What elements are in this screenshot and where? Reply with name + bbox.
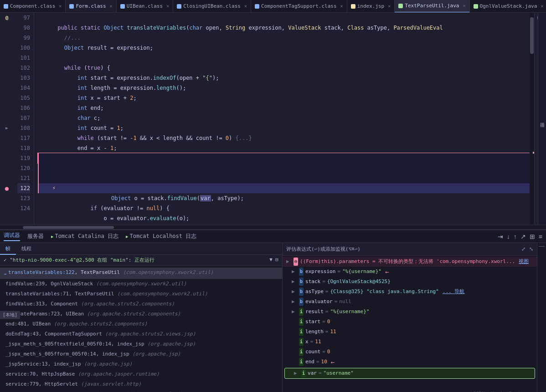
var-eq-astype: = bbox=[325, 288, 329, 296]
frame-item-6[interactable]: doEndTag:43, ComponentTagSupport (org.ap… bbox=[0, 329, 282, 339]
expand-icon-expression[interactable]: ▶ bbox=[292, 268, 297, 276]
list-view-icon[interactable]: ≡ bbox=[539, 233, 542, 240]
close-icon[interactable]: × bbox=[340, 4, 343, 9]
close-icon[interactable]: × bbox=[463, 3, 466, 8]
nav-link-astype[interactable]: ... 导航 bbox=[443, 288, 465, 296]
filter-icon[interactable]: ▼ ⊟ bbox=[269, 257, 278, 263]
expand-icon-result[interactable]: ▶ bbox=[292, 308, 297, 316]
close-icon[interactable]: × bbox=[110, 4, 113, 9]
run-to-cursor-icon[interactable]: ↗ bbox=[520, 233, 526, 240]
gutter-119: 119 bbox=[17, 153, 30, 163]
frames-tab[interactable]: 帧 bbox=[0, 243, 16, 255]
tab-component[interactable]: Component.class × bbox=[0, 0, 66, 13]
threads-tab[interactable]: 线程 bbox=[16, 243, 37, 255]
gutter-106: 106 bbox=[17, 103, 30, 113]
frame-item-8[interactable]: _jspx_meth_s_005fform_005f0:14, index_js… bbox=[0, 349, 282, 359]
tab-index[interactable]: index.jsp × bbox=[347, 0, 395, 13]
var-eq-var: = bbox=[319, 369, 322, 377]
var-item-end: i end = 10 ← bbox=[283, 357, 537, 367]
fold-icon-108[interactable]: ▶ bbox=[5, 123, 8, 133]
tomcat-catalina-tab[interactable]: ▶ Tomcat Catalina 日志 bbox=[51, 232, 118, 240]
server-tab[interactable]: 服务器 bbox=[27, 232, 44, 240]
code-line-122: Object o = stack.findValue(var, asType);… bbox=[38, 183, 534, 193]
var-eq-stack: = bbox=[322, 278, 325, 286]
tab-label-ognlvaluestack: OgnlValueStack.java bbox=[480, 3, 537, 9]
frame-item-7[interactable]: _jspx_meth_s_005ftextfield_005f0:14, ind… bbox=[0, 339, 282, 349]
run-icon: ▶ bbox=[51, 234, 53, 239]
close-icon[interactable]: × bbox=[59, 4, 62, 9]
collapse-icon[interactable]: ⤡ bbox=[529, 246, 533, 252]
tab-closinguibean[interactable]: ClosingUIBean.class × bbox=[173, 0, 251, 13]
close-icon[interactable]: × bbox=[388, 4, 391, 9]
frame-name-5: end:481, UIBean (org.apache.struts2.comp… bbox=[5, 320, 147, 328]
expand-icon-error[interactable]: ▶ bbox=[286, 258, 292, 266]
tomcat-localhost-tab[interactable]: ▶ Tomcat Localhost 日志 bbox=[126, 232, 196, 240]
code-line-119: if ((start != -1) && (end != -1) && (cou… bbox=[38, 153, 534, 163]
var-val-stack: {OgnlValueStack@4525} bbox=[327, 278, 391, 286]
tab-componenttagsupport[interactable]: ComponentTagSupport.class × bbox=[251, 0, 347, 13]
frame-name-4: evaluateParams:723, UIBean (org.apache.s… bbox=[5, 310, 180, 318]
tab-icon-closinguibean bbox=[177, 4, 181, 9]
debug-vars-panel: 评估表达式(⏎)或添加监视(⌥⌘⏎) ⤢ ⤡ ▶ ⊖ ((Form)this).… bbox=[283, 243, 537, 392]
frame-name-12: service:466, JspServletWrapper (org.apac… bbox=[5, 390, 180, 392]
horizontal-scrollbar[interactable] bbox=[0, 225, 546, 229]
local-var-label: [本地] bbox=[0, 311, 20, 319]
panel-icon-1[interactable]: │ bbox=[539, 245, 545, 248]
frame-item-1[interactable]: findValue:239, OgnlValueStack (com.opens… bbox=[0, 279, 282, 289]
var-type-i-count: i bbox=[299, 348, 304, 356]
var-eq-x: = bbox=[310, 338, 314, 346]
frame-item-4[interactable]: evaluateParams:723, UIBean (org.apache.s… bbox=[0, 309, 282, 319]
frame-item-9[interactable]: _jspService:13, index_jsp (org.apache.js… bbox=[0, 359, 282, 369]
var-name-astype: asType bbox=[305, 288, 324, 296]
right-panel-icons: │ bbox=[537, 243, 546, 392]
step-into-icon[interactable]: ↓ bbox=[507, 233, 510, 240]
vertical-scrollbar[interactable] bbox=[530, 13, 534, 225]
tab-uibean[interactable]: UIBean.class × bbox=[117, 0, 174, 13]
tab-bar: Component.class × Form.class × UIBean.cl… bbox=[0, 0, 546, 13]
close-icon[interactable]: × bbox=[541, 4, 543, 9]
close-icon[interactable]: × bbox=[244, 4, 247, 9]
frame-item-12[interactable]: service:466, JspServletWrapper (org.apac… bbox=[0, 389, 282, 392]
bottom-panel: 调试器 服务器 ▶ Tomcat Catalina 日志 ▶ Tomcat Lo… bbox=[0, 229, 546, 392]
frame-name-0: translateVariables:122, TextParseUtil (c… bbox=[8, 268, 213, 277]
step-out-icon[interactable]: ↑ bbox=[514, 233, 517, 240]
gutter-120: 120 bbox=[17, 163, 30, 173]
code-line-101: while (true) { bbox=[38, 53, 534, 63]
frames-list: → translateVariables:122, TextParseUtil … bbox=[0, 266, 282, 392]
tab-form[interactable]: Form.class × bbox=[66, 0, 116, 13]
close-icon[interactable]: × bbox=[166, 4, 169, 9]
tab-icon-uibean bbox=[120, 4, 125, 9]
gutter-122: 122 bbox=[17, 183, 30, 193]
expand-icon[interactable]: ⤢ bbox=[521, 246, 525, 252]
var-name-count: count bbox=[305, 348, 320, 356]
tab-icon-form bbox=[69, 4, 74, 9]
gutter-104: 104 bbox=[17, 83, 30, 93]
frame-item-10[interactable]: service:70, HttpJspBase (org.apache.jasp… bbox=[0, 369, 282, 379]
frame-item-11[interactable]: service:779, HttpServlet (javax.servlet.… bbox=[0, 379, 282, 389]
code-line-118 bbox=[38, 143, 534, 153]
step-over-icon[interactable]: ⇥ bbox=[498, 233, 503, 240]
var-name-length: length bbox=[305, 328, 324, 336]
frame-icon-0: → bbox=[4, 270, 6, 278]
view-link[interactable]: 视图 bbox=[519, 258, 529, 266]
frame-name-1: findValue:239, OgnlValueStack (com.opens… bbox=[5, 280, 186, 288]
tab-textparseutil[interactable]: TextParseUtil.java × bbox=[395, 0, 469, 13]
expand-icon-evaluator[interactable]: ▶ bbox=[292, 298, 297, 306]
code-editor[interactable]: public static Object translateVariables(… bbox=[34, 13, 534, 225]
expand-icon-var[interactable]: ▶ bbox=[294, 369, 299, 377]
expand-icon-stack[interactable]: ▶ bbox=[292, 278, 297, 286]
frame-item-5[interactable]: end:481, UIBean (org.apache.struts2.comp… bbox=[0, 319, 282, 329]
expand-icon-astype[interactable]: ▶ bbox=[292, 288, 297, 296]
var-eq-start: = bbox=[322, 318, 325, 326]
tab-ognlvaluestack[interactable]: OgnlValueStack.java × bbox=[470, 0, 546, 13]
tab-label-index: index.jsp bbox=[357, 3, 385, 9]
bottom-content: 帧 线程 ✓ "http-nio-9000-exec-4"@2,500 在组 "… bbox=[0, 243, 546, 392]
frame-item-0[interactable]: → translateVariables:122, TextParseUtil … bbox=[0, 268, 282, 279]
table-view-icon[interactable]: ⊞ bbox=[530, 233, 535, 240]
debug-controls: ⇥ ↓ ↑ ↗ ⊞ ≡ bbox=[498, 233, 542, 240]
frame-item-3[interactable]: findValue:313, Component (org.apache.str… bbox=[0, 299, 282, 309]
thread-info: ✓ "http-nio-9000-exec-4"@2,500 在组 "main"… bbox=[0, 255, 282, 266]
debugger-tab[interactable]: 调试器 bbox=[4, 232, 20, 241]
var-name-var: var bbox=[308, 369, 317, 377]
frame-item-2[interactable]: translateVariables:71, TextParseUtil (co… bbox=[0, 289, 282, 299]
